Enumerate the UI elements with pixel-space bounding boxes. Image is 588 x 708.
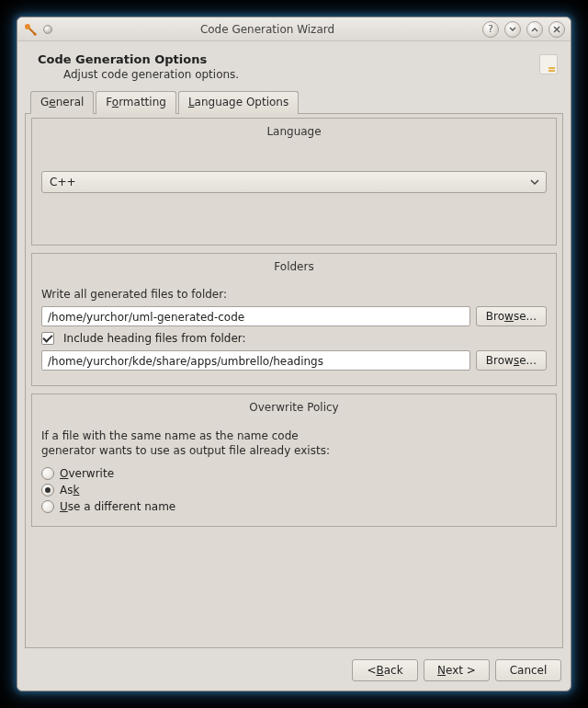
tab-general[interactable]: General [30,91,94,114]
radio-ask-input[interactable] [41,484,54,497]
radio-overwrite[interactable]: Overwrite [41,467,547,480]
radio-overwrite-input[interactable] [41,467,54,480]
help-button[interactable]: ? [482,21,499,38]
policy-description: If a file with the same name as the name… [41,428,547,458]
language-selected: C++ [50,176,529,188]
browse-headings-button[interactable]: Browse... [476,350,547,371]
include-headings-checkbox[interactable] [41,332,54,345]
group-folders: Folders Write all generated files to fol… [31,253,557,386]
next-button[interactable]: Next > [424,659,490,681]
page-icon [539,54,558,74]
radio-different-name-input[interactable] [41,500,54,513]
window-menu-icon[interactable] [43,25,52,34]
chevron-down-icon [529,177,540,188]
group-policy-title: Overwrite Policy [41,401,547,414]
back-button[interactable]: < Back [352,659,418,681]
group-language: Language C++ [31,118,557,246]
wizard-header: Code Generation Options Adjust code gene… [17,41,571,90]
page-title: Code Generation Options [38,52,539,66]
output-path-field[interactable]: /home/yurchor/uml-generated-code [41,306,470,326]
tabstrip: General Formatting Language Options [25,90,563,113]
radio-different-name[interactable]: Use a different name [41,500,547,513]
group-language-title: Language [41,125,547,138]
language-combo[interactable]: C++ [41,171,547,193]
write-folder-label: Write all generated files to folder: [41,288,547,301]
close-button[interactable] [548,21,565,38]
tab-panel: Language C++ Folders Write all generated… [25,113,563,648]
browse-output-button[interactable]: Browse... [476,306,547,326]
minimize-button[interactable] [504,21,521,38]
headings-path-field[interactable]: /home/yurchor/kde/share/apps/umbrello/he… [41,350,470,371]
wizard-window: Code Generation Wizard ? Code Generation… [17,17,571,691]
radio-ask[interactable]: Ask [41,484,547,497]
cancel-button[interactable]: Cancel [495,659,561,681]
tab-formatting[interactable]: Formatting [96,91,176,114]
svg-point-1 [34,32,37,35]
group-overwrite-policy: Overwrite Policy If a file with the same… [31,394,557,527]
page-subtitle: Adjust code generation options. [63,68,539,81]
titlebar: Code Generation Wizard ? [17,17,571,41]
wizard-footer: < Back Next > Cancel [17,652,571,691]
maximize-button[interactable] [526,21,543,38]
window-title: Code Generation Wizard [58,23,477,36]
app-icon [23,22,38,37]
include-headings-label: Include heading files from folder: [63,332,246,345]
tab-language-options[interactable]: Language Options [178,91,299,114]
group-folders-title: Folders [41,260,547,273]
